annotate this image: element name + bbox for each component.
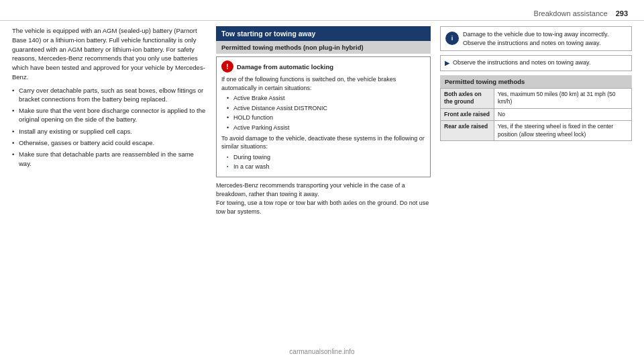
list-item: In a car wash	[227, 163, 425, 171]
warning-bullet-list: Active Brake Assist Active Distance Assi…	[221, 94, 425, 132]
footer-line-2: For towing, use a tow rope or tow bar wi…	[216, 199, 431, 216]
warning-arrow-list: During towing In a car wash	[221, 153, 425, 171]
warning-intro: If one of the following functions is swi…	[221, 75, 425, 92]
towing-section-title: Permitted towing methods	[445, 78, 525, 85]
list-item: Carry over detachable parts, such as sea…	[12, 86, 207, 104]
left-bullet-list: Carry over detachable parts, such as sea…	[12, 86, 207, 168]
towing-section-header: Permitted towing methods	[440, 75, 632, 88]
header-bar: Breakdown assistance 293	[0, 7, 644, 21]
table-row: Front axle raised No	[441, 108, 632, 120]
table-row: Both axles on the ground Yes, maximum 50…	[441, 88, 632, 108]
action-arrow-icon: ▶	[445, 59, 449, 68]
left-column: The vehicle is equipped with an AGM (sea…	[12, 26, 207, 351]
left-intro-text: The vehicle is equipped with an AGM (sea…	[12, 26, 207, 82]
footer-line-1: Mercedes-Benz recommends transporting yo…	[216, 181, 431, 199]
warning-title: Damage from automatic locking	[237, 63, 333, 71]
middle-column: Tow starting or towing away Permitted to…	[216, 26, 431, 351]
action-text: Observe the instructions and notes on to…	[453, 58, 590, 67]
right-note-icon: i	[445, 32, 459, 45]
warning-body: If one of the following functions is swi…	[221, 75, 425, 171]
warning-box: ! Damage from automatic locking If one o…	[216, 56, 431, 177]
right-note-box: i Damage to the vehicle due to tow-ing a…	[440, 26, 632, 51]
list-item: Make sure that the vent bore discharge c…	[12, 106, 207, 124]
list-item: Active Distance Assist DISTRONIC	[227, 104, 425, 113]
section-title: Tow starting or towing away	[221, 30, 315, 38]
list-item: Active Brake Assist	[227, 94, 425, 103]
note-line-2: Observe the instructions and notes on to…	[463, 39, 608, 48]
page-number: 293	[616, 9, 628, 17]
list-item: Active Parking Assist	[227, 124, 425, 132]
section-subheader-gray: Permitted towing methods (non plug-in hy…	[216, 41, 431, 54]
table-cell-value: Yes, maximum 50 miles (80 km) at 31 mph …	[494, 88, 632, 108]
warning-icon: !	[221, 60, 233, 73]
table-cell-value: No	[494, 108, 632, 120]
table-row: Rear axle raised Yes, if the steering wh…	[441, 121, 632, 141]
right-column: i Damage to the vehicle due to tow-ing a…	[440, 26, 632, 351]
list-item: Install any existing or supplied cell ca…	[12, 127, 207, 136]
towing-table: Both axles on the ground Yes, maximum 50…	[440, 88, 632, 141]
page-container: Breakdown assistance 293 The vehicle is …	[0, 0, 644, 358]
right-action-item: ▶ Observe the instructions and notes on …	[440, 55, 632, 71]
table-cell-label: Both axles on the ground	[441, 88, 494, 108]
header-title: Breakdown assistance	[534, 9, 608, 17]
warning-header: ! Damage from automatic locking	[221, 60, 425, 73]
right-note-text: Damage to the vehicle due to tow-ing awa…	[463, 30, 608, 47]
list-item: During towing	[227, 153, 425, 162]
list-item: Make sure that detachable parts are reas…	[12, 150, 207, 168]
list-item: Otherwise, gasses or battery acid could …	[12, 138, 207, 147]
table-cell-label: Front axle raised	[441, 108, 494, 120]
section-header-blue: Tow starting or towing away	[216, 26, 431, 41]
table-cell-value: Yes, if the steering wheel is fixed in t…	[494, 121, 632, 141]
subheader-text: Permitted towing methods (non plug-in hy…	[221, 44, 364, 51]
warning-sub-note: To avoid damage to the vehicle, deactiva…	[221, 134, 425, 151]
note-line-1: Damage to the vehicle due to tow-ing awa…	[463, 30, 608, 39]
main-content: The vehicle is equipped with an AGM (sea…	[0, 26, 644, 351]
list-item: HOLD function	[227, 114, 425, 122]
watermark: carmanualsonline.info	[289, 348, 354, 355]
middle-footer: Mercedes-Benz recommends transporting yo…	[216, 181, 431, 216]
table-cell-label: Rear axle raised	[441, 121, 494, 141]
